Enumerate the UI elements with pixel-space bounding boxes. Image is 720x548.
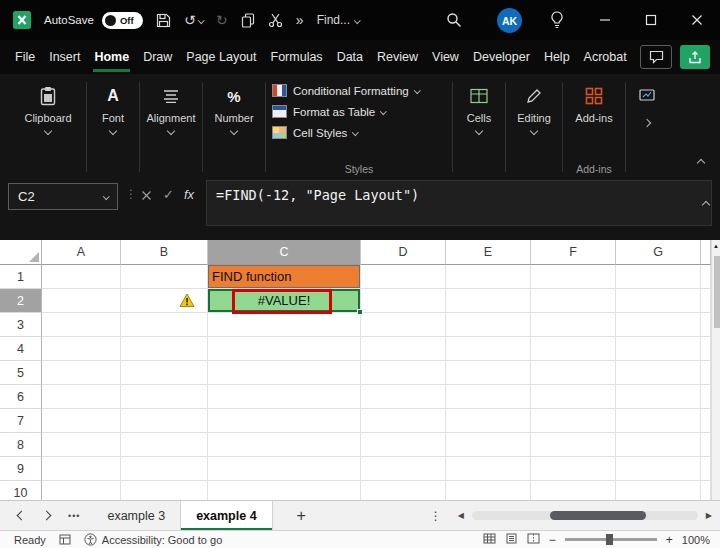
page-layout-view-icon[interactable] [505,533,518,546]
row-header-1[interactable]: 1 [0,265,42,289]
formula-input[interactable]: =FIND(-12, "Page Layout") [206,180,712,226]
cell-g3[interactable] [616,313,701,337]
cell-b2[interactable] [121,289,208,313]
cell-f6[interactable] [531,385,616,409]
cell-g6[interactable] [616,385,701,409]
cell-c7[interactable] [208,409,361,433]
undo-button[interactable]: ↺ [184,12,203,28]
cell-e9[interactable] [446,457,531,481]
menu-tab-formulas[interactable]: Formulas [264,40,330,74]
sheet-list-button[interactable]: ••• [68,511,80,521]
row-header-5[interactable]: 5 [0,361,42,385]
horizontal-scrollbar[interactable] [472,511,698,520]
row-header-2[interactable]: 2 [0,289,42,313]
cell-c10[interactable] [208,481,361,500]
menu-tab-home[interactable]: Home [87,40,136,74]
cell-d3[interactable] [361,313,446,337]
hscroll-right-icon[interactable]: ▶ [706,511,712,520]
enter-icon[interactable]: ✓ [163,187,174,202]
cell-g5[interactable] [616,361,701,385]
zoom-level[interactable]: 100% [682,534,710,546]
sheet-tab-example-4[interactable]: example 4 [180,501,272,530]
share-button[interactable] [680,45,710,69]
cell-a10[interactable] [42,481,121,500]
cell-c4[interactable] [208,337,361,361]
cell-c2[interactable]: #VALUE! [208,289,361,313]
cell-e5[interactable] [446,361,531,385]
zoom-in-button[interactable]: + [666,533,673,547]
cell-b7[interactable] [121,409,208,433]
fill-handle[interactable] [357,309,363,315]
cell-e7[interactable] [446,409,531,433]
sheet-tab-example-3[interactable]: example 3 [92,501,180,530]
cell-d8[interactable] [361,433,446,457]
cell-c6[interactable] [208,385,361,409]
column-header-f[interactable]: F [531,240,616,265]
zoom-slider[interactable] [565,538,657,541]
zoom-out-button[interactable]: − [549,533,556,547]
cell-a4[interactable] [42,337,121,361]
cell-d9[interactable] [361,457,446,481]
cell-a7[interactable] [42,409,121,433]
menu-tab-data[interactable]: Data [330,40,370,74]
menu-tab-page-layout[interactable]: Page Layout [179,40,263,74]
cell-g9[interactable] [616,457,701,481]
zoom-slider-thumb[interactable] [606,534,613,545]
row-header-3[interactable]: 3 [0,313,42,337]
copy-button[interactable] [241,13,255,28]
autosave-toggle[interactable]: Off [102,12,143,29]
cell-e10[interactable] [446,481,531,500]
clipboard-button[interactable]: Clipboard [24,84,71,134]
cell-f5[interactable] [531,361,616,385]
insert-function-button[interactable]: fx [184,187,194,202]
cell-g4[interactable] [616,337,701,361]
cell-b9[interactable] [121,457,208,481]
cell-f8[interactable] [531,433,616,457]
cell-g8[interactable] [616,433,701,457]
cell-a3[interactable] [42,313,121,337]
cell-f3[interactable] [531,313,616,337]
collapse-ribbon-button[interactable] [698,152,704,170]
cell-b8[interactable] [121,433,208,457]
cell-f10[interactable] [531,481,616,500]
vscroll-thumb[interactable] [714,256,720,328]
cell-e4[interactable] [446,337,531,361]
cell-d5[interactable] [361,361,446,385]
sheet-scroll-left-button[interactable] [18,512,25,519]
cell-g2[interactable] [616,289,701,313]
cell-c8[interactable] [208,433,361,457]
add-ins-button[interactable]: Add-ins [575,84,612,124]
column-header-g[interactable]: G [616,240,701,265]
cell-a5[interactable] [42,361,121,385]
font-button[interactable]: A Font [102,84,124,134]
menu-tab-developer[interactable]: Developer [466,40,537,74]
row-header-9[interactable]: 9 [0,457,42,481]
redo-button[interactable]: ↻ [216,12,228,28]
format-as-table-button[interactable]: Format as Table [272,105,419,118]
cell-b5[interactable] [121,361,208,385]
cell-a1[interactable] [42,265,121,289]
more-commands-button[interactable]: » [296,12,304,28]
conditional-formatting-button[interactable]: Conditional Formatting [272,84,419,97]
cell-a6[interactable] [42,385,121,409]
cell-b3[interactable] [121,313,208,337]
cell-c5[interactable] [208,361,361,385]
cell-a2[interactable] [42,289,121,313]
number-button[interactable]: % Number [214,84,253,134]
comments-button[interactable] [640,45,672,69]
cell-b10[interactable] [121,481,208,500]
tab-options-icon[interactable]: ⋮ [430,509,442,523]
normal-view-icon[interactable] [483,533,496,546]
menu-tab-draw[interactable]: Draw [136,40,179,74]
analyze-data-button[interactable] [639,84,655,126]
select-all-button[interactable] [0,240,42,265]
close-button[interactable] [674,0,720,40]
cell-b1[interactable] [121,265,208,289]
column-header-a[interactable]: A [42,240,121,265]
macro-record-icon[interactable] [59,534,71,545]
cell-d10[interactable] [361,481,446,500]
row-header-4[interactable]: 4 [0,337,42,361]
find-button[interactable]: Find... [317,13,360,27]
cell-d1[interactable] [361,265,446,289]
new-sheet-button[interactable]: + [297,507,306,525]
